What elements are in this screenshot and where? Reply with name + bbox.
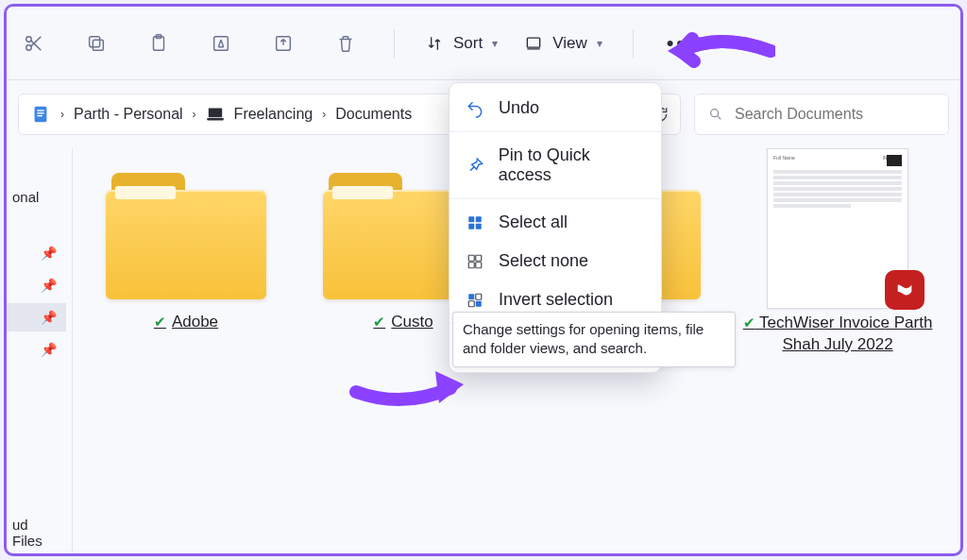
select-all-icon (465, 214, 485, 231)
menu-select-none[interactable]: Select none (450, 242, 661, 280)
share-button[interactable] (265, 25, 301, 61)
svg-rect-12 (37, 115, 42, 116)
svg-rect-11 (37, 112, 43, 113)
toolbar-divider (394, 29, 395, 58)
menu-label: Pin to Quick access (499, 145, 646, 185)
tooltip-text: Change settings for opening items, file … (463, 321, 704, 356)
laptop-icon (206, 107, 225, 122)
select-none-icon (465, 253, 485, 270)
toolbar: Sort ▾ View ▾ ••• (7, 7, 960, 80)
cut-button[interactable] (16, 25, 52, 61)
search-box[interactable] (694, 93, 949, 135)
menu-label: Select none (499, 251, 588, 271)
folder-item[interactable]: ✔ Adobe (92, 167, 280, 331)
sync-ok-icon: ✔ (743, 314, 755, 331)
svg-rect-2 (93, 40, 103, 50)
callout-arrow (347, 365, 469, 413)
svg-rect-10 (37, 110, 43, 110)
svg-rect-25 (476, 294, 482, 299)
sort-dropdown[interactable]: Sort ▾ (425, 34, 498, 53)
svg-rect-23 (476, 262, 482, 267)
view-label: View (552, 34, 587, 53)
svg-rect-17 (476, 216, 482, 222)
pin-icon: 📌 (41, 342, 57, 357)
svg-rect-22 (468, 262, 474, 267)
folder-icon (106, 167, 266, 299)
sort-label: Sort (453, 34, 483, 53)
sidebar-item[interactable]: onal (7, 182, 66, 211)
undo-icon (465, 99, 485, 118)
view-dropdown[interactable]: View ▾ (524, 34, 602, 53)
svg-rect-16 (468, 216, 474, 222)
search-input[interactable] (733, 105, 935, 124)
item-caption: ✔ TechWiser Invoice Parth Shah July 2022 (734, 313, 942, 356)
invert-selection-icon (465, 292, 485, 309)
chevron-right-icon: › (60, 108, 64, 121)
svg-rect-3 (90, 36, 100, 46)
chevron-down-icon: ▾ (492, 37, 498, 50)
sidebar-item[interactable]: 📌 (7, 335, 66, 364)
document-icon (30, 104, 51, 125)
pin-icon: 📌 (41, 278, 57, 293)
search-icon (708, 106, 723, 123)
document-thumbnail: Full NameINVOICE (767, 148, 908, 309)
item-caption: ✔ Custo (373, 313, 433, 331)
svg-rect-13 (208, 109, 221, 118)
breadcrumb-item[interactable]: Parth - Personal (74, 106, 183, 123)
menu-separator (450, 131, 661, 132)
nav-sidebar: onal 📌 📌 📌 📌 ud Files (7, 148, 73, 553)
menu-label: Invert selection (499, 290, 613, 310)
svg-rect-6 (214, 36, 229, 50)
svg-rect-19 (476, 223, 482, 229)
tooltip: Change settings for opening items, file … (452, 312, 736, 367)
pin-icon: 📌 (41, 246, 57, 261)
chevron-right-icon: › (193, 108, 196, 121)
svg-rect-21 (476, 255, 482, 261)
menu-label: Select all (499, 212, 568, 232)
breadcrumb-item[interactable]: Documents (335, 106, 412, 123)
svg-rect-27 (476, 300, 482, 306)
menu-pin[interactable]: Pin to Quick access (450, 136, 661, 195)
delete-button[interactable] (328, 25, 364, 61)
svg-rect-26 (468, 300, 474, 306)
svg-rect-14 (207, 118, 224, 120)
svg-rect-9 (35, 107, 47, 123)
copy-button[interactable] (78, 25, 114, 61)
pin-icon (465, 156, 485, 175)
breadcrumb-item[interactable]: Freelancing (206, 106, 314, 123)
chevron-down-icon: ▾ (597, 37, 602, 50)
svg-rect-8 (528, 38, 540, 47)
svg-point-15 (711, 110, 719, 117)
item-caption: ✔ Adobe (154, 313, 218, 331)
toolbar-divider (633, 29, 634, 58)
chevron-right-icon: › (322, 108, 326, 121)
menu-select-all[interactable]: Select all (450, 203, 661, 242)
menu-undo[interactable]: Undo (450, 89, 661, 127)
sync-ok-icon: ✔ (373, 314, 385, 331)
callout-arrow (662, 27, 775, 75)
menu-separator (450, 198, 661, 199)
svg-rect-24 (468, 294, 474, 299)
sidebar-item[interactable]: 📌 (7, 271, 66, 299)
file-item[interactable]: Full NameINVOICE ✔ TechWiser Invoice Par… (734, 148, 942, 356)
sidebar-item[interactable]: 📌 (7, 239, 66, 267)
svg-marker-30 (435, 371, 464, 403)
pdf-badge-icon (885, 270, 925, 310)
pin-icon: 📌 (41, 310, 57, 325)
menu-label: Undo (499, 98, 539, 118)
svg-rect-20 (468, 255, 474, 261)
sidebar-item[interactable]: ud Files (7, 518, 66, 547)
sidebar-item-active[interactable]: 📌 (7, 303, 66, 331)
rename-button[interactable] (203, 25, 239, 61)
svg-marker-29 (668, 35, 694, 67)
paste-button[interactable] (141, 25, 177, 61)
svg-rect-18 (468, 223, 474, 229)
sync-ok-icon: ✔ (154, 314, 166, 331)
